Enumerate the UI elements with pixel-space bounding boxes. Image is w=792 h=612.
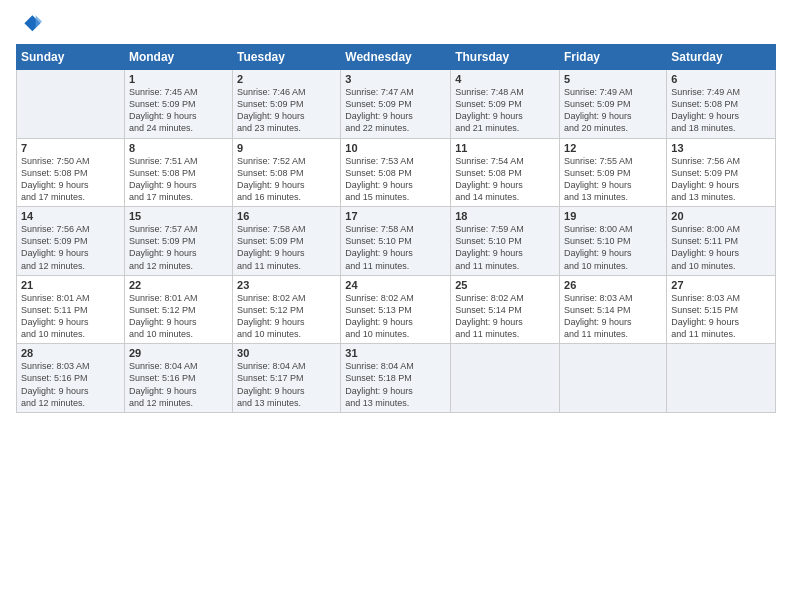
day-info: Sunrise: 7:55 AM Sunset: 5:09 PM Dayligh…: [564, 155, 662, 204]
day-number: 31: [345, 347, 446, 359]
calendar-week-3: 14Sunrise: 7:56 AM Sunset: 5:09 PM Dayli…: [17, 207, 776, 276]
calendar-table: SundayMondayTuesdayWednesdayThursdayFrid…: [16, 44, 776, 413]
day-info: Sunrise: 7:52 AM Sunset: 5:08 PM Dayligh…: [237, 155, 336, 204]
day-info: Sunrise: 7:54 AM Sunset: 5:08 PM Dayligh…: [455, 155, 555, 204]
day-number: 14: [21, 210, 120, 222]
day-info: Sunrise: 7:49 AM Sunset: 5:09 PM Dayligh…: [564, 86, 662, 135]
day-number: 23: [237, 279, 336, 291]
calendar-cell: 1Sunrise: 7:45 AM Sunset: 5:09 PM Daylig…: [124, 70, 232, 139]
col-header-thursday: Thursday: [451, 45, 560, 70]
col-header-sunday: Sunday: [17, 45, 125, 70]
day-number: 13: [671, 142, 771, 154]
calendar-cell: 8Sunrise: 7:51 AM Sunset: 5:08 PM Daylig…: [124, 138, 232, 207]
calendar-cell: 9Sunrise: 7:52 AM Sunset: 5:08 PM Daylig…: [233, 138, 341, 207]
day-info: Sunrise: 8:00 AM Sunset: 5:10 PM Dayligh…: [564, 223, 662, 272]
calendar-cell: 16Sunrise: 7:58 AM Sunset: 5:09 PM Dayli…: [233, 207, 341, 276]
day-info: Sunrise: 8:01 AM Sunset: 5:12 PM Dayligh…: [129, 292, 228, 341]
col-header-monday: Monday: [124, 45, 232, 70]
day-number: 11: [455, 142, 555, 154]
day-info: Sunrise: 7:49 AM Sunset: 5:08 PM Dayligh…: [671, 86, 771, 135]
calendar-cell: [17, 70, 125, 139]
day-number: 8: [129, 142, 228, 154]
calendar-cell: 10Sunrise: 7:53 AM Sunset: 5:08 PM Dayli…: [341, 138, 451, 207]
calendar-cell: 21Sunrise: 8:01 AM Sunset: 5:11 PM Dayli…: [17, 275, 125, 344]
day-info: Sunrise: 7:53 AM Sunset: 5:08 PM Dayligh…: [345, 155, 446, 204]
day-info: Sunrise: 7:56 AM Sunset: 5:09 PM Dayligh…: [671, 155, 771, 204]
day-info: Sunrise: 8:03 AM Sunset: 5:16 PM Dayligh…: [21, 360, 120, 409]
calendar-cell: 24Sunrise: 8:02 AM Sunset: 5:13 PM Dayli…: [341, 275, 451, 344]
svg-marker-1: [36, 15, 42, 28]
day-info: Sunrise: 8:00 AM Sunset: 5:11 PM Dayligh…: [671, 223, 771, 272]
day-info: Sunrise: 7:58 AM Sunset: 5:09 PM Dayligh…: [237, 223, 336, 272]
day-info: Sunrise: 7:48 AM Sunset: 5:09 PM Dayligh…: [455, 86, 555, 135]
calendar-cell: 15Sunrise: 7:57 AM Sunset: 5:09 PM Dayli…: [124, 207, 232, 276]
day-number: 15: [129, 210, 228, 222]
calendar-cell: 13Sunrise: 7:56 AM Sunset: 5:09 PM Dayli…: [667, 138, 776, 207]
calendar-cell: 6Sunrise: 7:49 AM Sunset: 5:08 PM Daylig…: [667, 70, 776, 139]
col-header-tuesday: Tuesday: [233, 45, 341, 70]
calendar-header-row: SundayMondayTuesdayWednesdayThursdayFrid…: [17, 45, 776, 70]
col-header-friday: Friday: [560, 45, 667, 70]
calendar-cell: 20Sunrise: 8:00 AM Sunset: 5:11 PM Dayli…: [667, 207, 776, 276]
calendar-week-4: 21Sunrise: 8:01 AM Sunset: 5:11 PM Dayli…: [17, 275, 776, 344]
calendar-week-5: 28Sunrise: 8:03 AM Sunset: 5:16 PM Dayli…: [17, 344, 776, 413]
day-info: Sunrise: 7:51 AM Sunset: 5:08 PM Dayligh…: [129, 155, 228, 204]
day-info: Sunrise: 7:56 AM Sunset: 5:09 PM Dayligh…: [21, 223, 120, 272]
day-info: Sunrise: 7:46 AM Sunset: 5:09 PM Dayligh…: [237, 86, 336, 135]
day-info: Sunrise: 7:59 AM Sunset: 5:10 PM Dayligh…: [455, 223, 555, 272]
calendar-cell: 26Sunrise: 8:03 AM Sunset: 5:14 PM Dayli…: [560, 275, 667, 344]
day-number: 20: [671, 210, 771, 222]
day-number: 24: [345, 279, 446, 291]
day-number: 12: [564, 142, 662, 154]
calendar-cell: 17Sunrise: 7:58 AM Sunset: 5:10 PM Dayli…: [341, 207, 451, 276]
day-info: Sunrise: 7:50 AM Sunset: 5:08 PM Dayligh…: [21, 155, 120, 204]
calendar-cell: 22Sunrise: 8:01 AM Sunset: 5:12 PM Dayli…: [124, 275, 232, 344]
calendar-week-2: 7Sunrise: 7:50 AM Sunset: 5:08 PM Daylig…: [17, 138, 776, 207]
calendar-cell: 23Sunrise: 8:02 AM Sunset: 5:12 PM Dayli…: [233, 275, 341, 344]
calendar-cell: 12Sunrise: 7:55 AM Sunset: 5:09 PM Dayli…: [560, 138, 667, 207]
col-header-saturday: Saturday: [667, 45, 776, 70]
calendar-cell: 19Sunrise: 8:00 AM Sunset: 5:10 PM Dayli…: [560, 207, 667, 276]
day-info: Sunrise: 7:57 AM Sunset: 5:09 PM Dayligh…: [129, 223, 228, 272]
calendar-cell: 30Sunrise: 8:04 AM Sunset: 5:17 PM Dayli…: [233, 344, 341, 413]
day-number: 29: [129, 347, 228, 359]
day-number: 10: [345, 142, 446, 154]
day-number: 21: [21, 279, 120, 291]
day-info: Sunrise: 8:04 AM Sunset: 5:16 PM Dayligh…: [129, 360, 228, 409]
calendar-week-1: 1Sunrise: 7:45 AM Sunset: 5:09 PM Daylig…: [17, 70, 776, 139]
calendar-cell: [451, 344, 560, 413]
day-info: Sunrise: 8:02 AM Sunset: 5:12 PM Dayligh…: [237, 292, 336, 341]
day-info: Sunrise: 7:45 AM Sunset: 5:09 PM Dayligh…: [129, 86, 228, 135]
calendar-cell: 14Sunrise: 7:56 AM Sunset: 5:09 PM Dayli…: [17, 207, 125, 276]
calendar-cell: [560, 344, 667, 413]
calendar-cell: 7Sunrise: 7:50 AM Sunset: 5:08 PM Daylig…: [17, 138, 125, 207]
calendar-cell: 4Sunrise: 7:48 AM Sunset: 5:09 PM Daylig…: [451, 70, 560, 139]
calendar-cell: 31Sunrise: 8:04 AM Sunset: 5:18 PM Dayli…: [341, 344, 451, 413]
day-number: 17: [345, 210, 446, 222]
logo-icon: [18, 12, 42, 36]
day-number: 19: [564, 210, 662, 222]
day-number: 28: [21, 347, 120, 359]
day-info: Sunrise: 8:03 AM Sunset: 5:15 PM Dayligh…: [671, 292, 771, 341]
day-number: 30: [237, 347, 336, 359]
day-number: 27: [671, 279, 771, 291]
day-number: 9: [237, 142, 336, 154]
calendar-cell: 27Sunrise: 8:03 AM Sunset: 5:15 PM Dayli…: [667, 275, 776, 344]
day-info: Sunrise: 7:47 AM Sunset: 5:09 PM Dayligh…: [345, 86, 446, 135]
day-number: 18: [455, 210, 555, 222]
col-header-wednesday: Wednesday: [341, 45, 451, 70]
calendar-cell: 2Sunrise: 7:46 AM Sunset: 5:09 PM Daylig…: [233, 70, 341, 139]
day-number: 6: [671, 73, 771, 85]
day-number: 25: [455, 279, 555, 291]
day-number: 22: [129, 279, 228, 291]
day-info: Sunrise: 8:04 AM Sunset: 5:18 PM Dayligh…: [345, 360, 446, 409]
calendar-cell: 29Sunrise: 8:04 AM Sunset: 5:16 PM Dayli…: [124, 344, 232, 413]
day-number: 26: [564, 279, 662, 291]
header: [16, 12, 776, 36]
logo: [16, 12, 46, 36]
day-number: 2: [237, 73, 336, 85]
day-info: Sunrise: 8:04 AM Sunset: 5:17 PM Dayligh…: [237, 360, 336, 409]
calendar-cell: 18Sunrise: 7:59 AM Sunset: 5:10 PM Dayli…: [451, 207, 560, 276]
day-info: Sunrise: 7:58 AM Sunset: 5:10 PM Dayligh…: [345, 223, 446, 272]
day-number: 5: [564, 73, 662, 85]
